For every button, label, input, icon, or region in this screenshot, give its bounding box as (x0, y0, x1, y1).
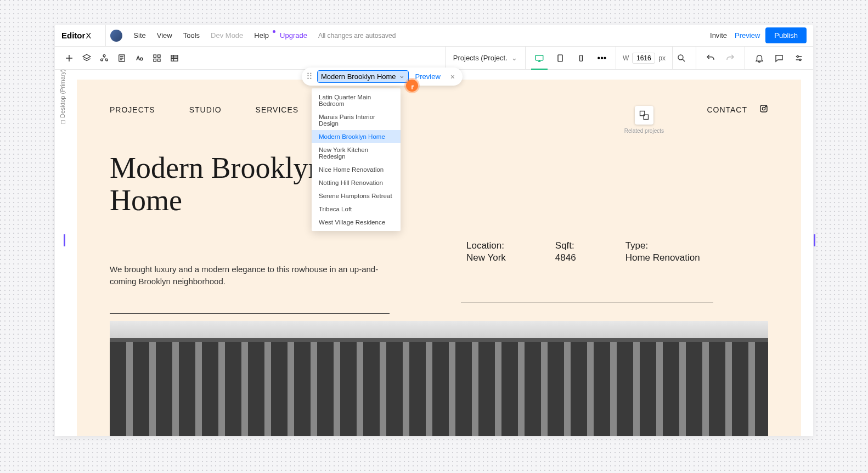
svg-rect-9 (171, 55, 178, 61)
top-menu-bar: EditorX Site View Tools Dev Mode Help Up… (55, 25, 813, 47)
add-icon[interactable] (60, 49, 78, 67)
pages-icon[interactable] (113, 49, 131, 67)
dropdown-option[interactable]: Nice Home Renovation (312, 163, 401, 176)
device-mobile[interactable] (573, 48, 589, 69)
meta-type-label: Type: (625, 240, 700, 251)
canvas: Desktop (Primary) ⠿ Modern Brooklyn Home… (55, 70, 813, 436)
dropdown-option[interactable]: Marais Paris Interior Design (312, 110, 401, 130)
svg-rect-10 (536, 55, 543, 60)
svg-point-20 (765, 106, 766, 107)
svg-point-15 (799, 59, 801, 60)
menu-help[interactable]: Help (249, 31, 274, 40)
dataset-dropdown-list: Latin Quarter Main Bedroom Marais Paris … (312, 88, 401, 231)
svg-rect-7 (154, 59, 156, 61)
resize-handle-right[interactable] (814, 234, 815, 246)
related-projects-widget[interactable]: Related projects (624, 106, 664, 134)
meta-location-label: Location: (466, 240, 506, 251)
nav-services[interactable]: SERVICES (256, 105, 299, 114)
resize-handle-left[interactable] (64, 234, 65, 246)
invite-button[interactable]: Invite (710, 31, 727, 40)
canvas-width-control: W px (616, 47, 673, 70)
menu-dev-mode: Dev Mode (205, 31, 249, 40)
breakpoint-label: Desktop (Primary) (59, 69, 66, 125)
svg-rect-8 (158, 59, 161, 61)
toolbar: Projects (Project. ⌄ ••• W px (55, 47, 813, 70)
svg-point-13 (678, 55, 683, 60)
editor-window: EditorX Site View Tools Dev Mode Help Up… (55, 25, 813, 436)
page-preview[interactable]: Related projects PROJECTS STUDIO SERVICE… (77, 80, 801, 436)
redo-icon (722, 49, 739, 67)
svg-rect-6 (158, 55, 161, 58)
menu-upgrade[interactable]: Upgrade (274, 31, 313, 40)
zoom-icon[interactable] (673, 49, 690, 67)
nav-studio[interactable]: STUDIO (189, 105, 222, 114)
apps-icon[interactable] (148, 49, 166, 67)
user-avatar[interactable] (110, 30, 122, 42)
hero-image (110, 321, 768, 436)
menu-site[interactable]: Site (128, 31, 151, 40)
typography-icon[interactable] (131, 49, 148, 67)
svg-point-1 (101, 59, 103, 61)
dropdown-option[interactable]: Tribeca Loft (312, 202, 401, 216)
menu-view[interactable]: View (151, 31, 178, 40)
publish-button[interactable]: Publish (765, 27, 807, 43)
meta-type-value: Home Renovation (625, 252, 700, 263)
device-tabs: ••• (526, 47, 616, 70)
svg-rect-11 (558, 55, 562, 61)
divider (110, 313, 390, 314)
app-logo: EditorX (61, 31, 91, 40)
comments-icon[interactable] (770, 49, 788, 67)
autosave-status: All changes are autosaved (318, 32, 396, 40)
dropdown-option-selected[interactable]: Modern Brooklyn Home (312, 130, 401, 143)
svg-point-14 (797, 55, 798, 57)
instagram-icon[interactable] (759, 104, 768, 115)
svg-point-0 (103, 54, 105, 57)
settings-icon[interactable] (790, 49, 808, 67)
notifications-icon[interactable] (751, 49, 768, 67)
dropdown-option[interactable]: Notting Hill Renovation (312, 176, 401, 189)
page-breadcrumb-select[interactable]: Projects (Project. ⌄ (445, 47, 526, 70)
masters-icon[interactable] (95, 49, 113, 67)
layers-icon[interactable] (78, 49, 95, 67)
dropdown-option[interactable]: New York Kitchen Redesign (312, 143, 401, 163)
svg-point-4 (140, 58, 143, 60)
nav-projects[interactable]: PROJECTS (110, 105, 155, 114)
device-desktop[interactable] (531, 48, 548, 69)
widget-label: Related projects (624, 128, 664, 134)
nav-contact[interactable]: CONTACT (707, 105, 747, 114)
site-nav: PROJECTS STUDIO SERVICES CONTACT (110, 104, 768, 115)
svg-rect-12 (580, 55, 583, 61)
dropdown-option[interactable]: Serene Hamptons Retreat (312, 189, 401, 202)
svg-point-19 (762, 107, 765, 110)
meta-location-value: New York (466, 252, 506, 263)
pill-close-button[interactable]: × (447, 72, 458, 81)
page-description: We brought luxury and a modern elegance … (110, 263, 384, 288)
canvas-width-input[interactable] (632, 53, 655, 64)
meta-sqft-value: 4846 (555, 252, 576, 263)
preview-button[interactable]: Preview (735, 31, 760, 40)
svg-point-2 (106, 59, 108, 61)
project-meta: Location: New York Sqft: 4846 Type: Home… (466, 240, 768, 314)
undo-icon[interactable] (702, 49, 719, 67)
dropdown-option[interactable]: West Village Residence (312, 216, 401, 229)
svg-rect-5 (154, 55, 156, 58)
content-manager-icon[interactable] (166, 49, 183, 67)
dropdown-option[interactable]: Latin Quarter Main Bedroom (312, 91, 401, 110)
dataset-item-select[interactable]: Modern Brooklyn Home (317, 70, 409, 83)
more-breakpoints-icon[interactable]: ••• (594, 48, 610, 69)
menu-tools[interactable]: Tools (178, 31, 205, 40)
meta-sqft-label: Sqft: (555, 240, 576, 251)
device-tablet[interactable] (552, 48, 568, 69)
dataset-selector-pill: ⠿ Modern Brooklyn Home Preview × (302, 67, 463, 86)
drag-handle-icon[interactable]: ⠿ (306, 71, 313, 82)
pill-preview-link[interactable]: Preview (413, 72, 443, 81)
tour-annotation-marker: ┏ (406, 80, 418, 92)
